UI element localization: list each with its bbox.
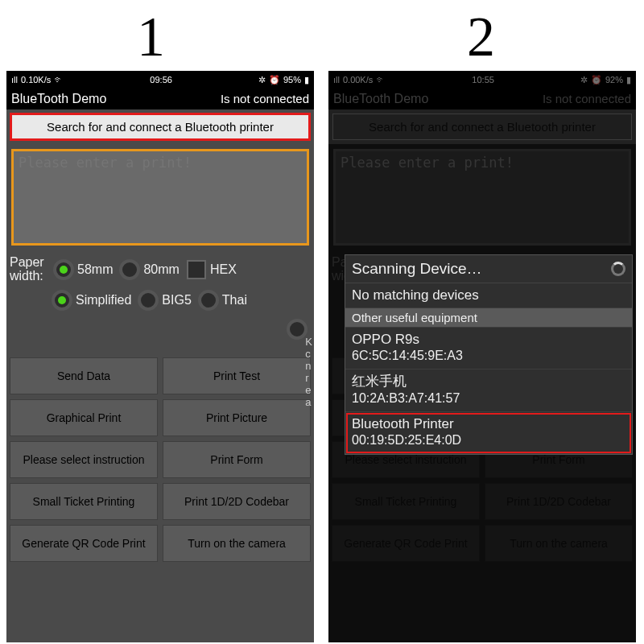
step-number-1: 1 xyxy=(137,5,165,69)
generate-qr-button[interactable]: Generate QR Code Print xyxy=(10,525,158,562)
generate-qr-button[interactable]: Generate QR Code Print xyxy=(332,525,480,562)
app-title: BlueTooth Demo xyxy=(333,92,428,106)
status-time: 09:56 xyxy=(150,75,172,85)
radio-extra[interactable] xyxy=(287,319,308,340)
radio-thai[interactable] xyxy=(198,290,219,311)
dialog-section-other: Other useful equipment xyxy=(345,308,632,328)
radio-80mm-label: 80mm xyxy=(143,262,179,277)
encoding-row: Simplified BIG5 Thai xyxy=(6,287,314,314)
dialog-no-matching: No matching devices xyxy=(345,283,632,308)
phone-screenshot-1: ıll 0.10K/s ᯤ 09:56 ✲ ⏰ 95% ▮ BlueTooth … xyxy=(6,71,314,642)
app-title-bar: BlueTooth Demo Is not connected xyxy=(6,89,314,109)
select-instruction-button[interactable]: Please select instruction xyxy=(10,441,158,478)
battery-icon: ▮ xyxy=(626,75,631,85)
phone-screenshot-2: ıll 0.00K/s ᯤ 10:55 ✲ ⏰ 92% ▮ BlueTooth … xyxy=(328,71,636,642)
alarm-icon: ⏰ xyxy=(269,75,280,85)
app-title-bar: BlueTooth Demo Is not connected xyxy=(328,89,636,109)
status-battery-pct: 95% xyxy=(283,75,301,85)
status-time: 10:55 xyxy=(472,75,494,85)
paper-width-row: Paper width: 58mm 80mm HEX xyxy=(6,253,314,287)
turn-on-camera-button[interactable]: Turn on the camera xyxy=(163,525,311,562)
signal-icon: ıll xyxy=(11,75,18,85)
extra-radio-area xyxy=(6,314,314,354)
alarm-icon: ⏰ xyxy=(591,75,602,85)
step-number-2: 2 xyxy=(467,5,495,69)
device-name: OPPO R9s xyxy=(352,331,625,348)
print-text-input[interactable] xyxy=(11,149,309,246)
radio-58mm-label: 58mm xyxy=(77,262,113,277)
bluetooth-icon: ✲ xyxy=(580,75,588,85)
checkbox-hex[interactable] xyxy=(187,260,206,279)
battery-icon: ▮ xyxy=(304,75,309,85)
radio-thai-label: Thai xyxy=(222,293,247,308)
app-title: BlueTooth Demo xyxy=(11,92,106,106)
connection-status: Is not connected xyxy=(221,92,309,106)
send-data-button[interactable]: Send Data xyxy=(10,357,158,394)
small-ticket-button[interactable]: Small Ticket Printing xyxy=(10,483,158,520)
radio-simplified-label: Simplified xyxy=(76,293,131,308)
scanning-device-dialog: Scanning Device… No matching devices Oth… xyxy=(345,254,633,455)
radio-58mm[interactable] xyxy=(53,259,74,280)
radio-simplified[interactable] xyxy=(52,290,72,311)
print-codebar-button[interactable]: Print 1D/2D Codebar xyxy=(485,483,633,520)
device-item-bluetooth-printer[interactable]: Bluetooth Printer 00:19:5D:25:E4:0D xyxy=(345,412,632,454)
paper-width-label: Paper width: xyxy=(10,256,50,283)
turn-on-camera-button[interactable]: Turn on the camera xyxy=(485,525,633,562)
bluetooth-icon: ✲ xyxy=(258,75,266,85)
dialog-title: Scanning Device… xyxy=(352,260,482,278)
status-bar: ıll 0.00K/s ᯤ 10:55 ✲ ⏰ 92% ▮ xyxy=(328,71,636,89)
wifi-icon: ᯤ xyxy=(376,74,386,85)
small-ticket-button[interactable]: Small Ticket Printing xyxy=(332,483,480,520)
radio-80mm[interactable] xyxy=(119,259,140,280)
search-connect-button[interactable]: Search for and connect a Bluetooth print… xyxy=(332,114,632,140)
status-net-speed: 0.00K/s xyxy=(343,75,373,85)
radio-big5[interactable] xyxy=(138,290,159,311)
search-connect-button[interactable]: Search for and connect a Bluetooth print… xyxy=(10,114,310,140)
device-item-redmi[interactable]: 红米手机 10:2A:B3:A7:41:57 xyxy=(345,369,632,411)
print-text-input[interactable] xyxy=(333,149,631,246)
action-button-grid: Send Data Print Test Graphical Print Pri… xyxy=(6,354,314,565)
print-picture-button[interactable]: Print Picture xyxy=(163,399,311,436)
checkbox-hex-label: HEX xyxy=(210,262,237,277)
radio-big5-label: BIG5 xyxy=(162,293,191,308)
status-net-speed: 0.10K/s xyxy=(21,75,51,85)
graphical-print-button[interactable]: Graphical Print xyxy=(10,399,158,436)
print-form-button[interactable]: Print Form xyxy=(163,441,311,478)
print-test-button[interactable]: Print Test xyxy=(163,357,311,394)
wifi-icon: ᯤ xyxy=(54,74,64,85)
status-battery-pct: 92% xyxy=(605,75,623,85)
spinner-icon xyxy=(611,262,625,276)
signal-icon: ıll xyxy=(333,75,340,85)
device-name: 红米手机 xyxy=(352,373,625,390)
device-name: Bluetooth Printer xyxy=(352,415,625,432)
print-codebar-button[interactable]: Print 1D/2D Codebar xyxy=(163,483,311,520)
dialog-header: Scanning Device… xyxy=(345,255,632,283)
connection-status: Is not connected xyxy=(543,92,631,106)
device-mac: 00:19:5D:25:E4:0D xyxy=(352,432,625,448)
device-item-oppo[interactable]: OPPO R9s 6C:5C:14:45:9E:A3 xyxy=(345,328,632,369)
device-mac: 10:2A:B3:A7:41:57 xyxy=(352,390,625,407)
device-mac: 6C:5C:14:45:9E:A3 xyxy=(352,348,625,364)
status-bar: ıll 0.10K/s ᯤ 09:56 ✲ ⏰ 95% ▮ xyxy=(6,71,314,89)
